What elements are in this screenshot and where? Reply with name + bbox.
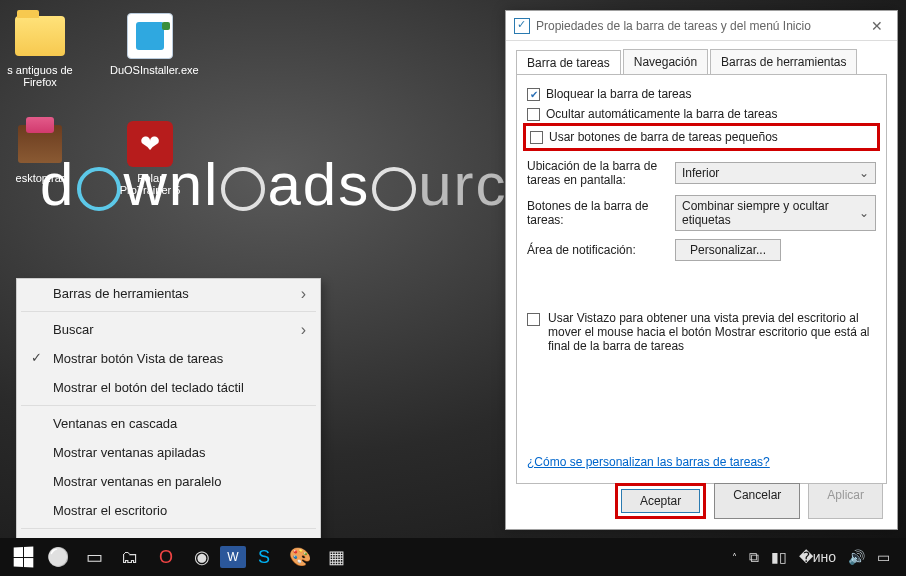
label-buttons: Botones de la barra de tareas:: [527, 199, 667, 227]
select-buttons[interactable]: Combinar siempre y ocultar etiquetas: [675, 195, 876, 231]
dialog-buttons: Aceptar Cancelar Aplicar: [615, 483, 883, 519]
accept-button[interactable]: Aceptar: [621, 489, 700, 513]
windows-icon: [14, 546, 34, 567]
icon-label: Polar ProTrainer 5: [110, 172, 190, 196]
desktop-icon-rar[interactable]: esktop.rar: [0, 120, 80, 196]
checkbox-label: Ocultar automáticamente la barra de tare…: [546, 107, 777, 121]
tray-wifi-icon[interactable]: �ино: [799, 549, 836, 565]
menu-stacked[interactable]: Mostrar ventanas apiladas: [17, 438, 320, 467]
tab-navigation[interactable]: Navegación: [623, 49, 708, 74]
heart-icon: ❤: [127, 121, 173, 167]
desktop-icons-row-1: s antiguos de Firefox DuOSInstaller.exe: [0, 12, 190, 88]
select-location[interactable]: Inferior: [675, 162, 876, 184]
customize-button[interactable]: Personalizar...: [675, 239, 781, 261]
desktop-icons-row-2: esktop.rar ❤ Polar ProTrainer 5: [0, 120, 190, 196]
menu-touch-keyboard[interactable]: Mostrar el botón del teclado táctil: [17, 373, 320, 402]
label-notification: Área de notificación:: [527, 243, 667, 257]
checkbox-icon: [527, 108, 540, 121]
tray-overflow-icon[interactable]: ˄: [732, 552, 737, 563]
taskbar-paint-icon[interactable]: 🎨: [282, 542, 318, 572]
menu-separator: [21, 528, 316, 529]
desktop-icon-folder[interactable]: s antiguos de Firefox: [0, 12, 80, 88]
taskbar-taskview-icon[interactable]: ▭: [76, 542, 112, 572]
row-buttons: Botones de la barra de tareas: Combinar …: [527, 195, 876, 231]
start-button[interactable]: [6, 542, 40, 572]
row-notification: Área de notificación: Personalizar...: [527, 239, 876, 261]
checkbox-icon: [530, 131, 543, 144]
highlight-small-buttons: Usar botones de barra de tareas pequeños: [523, 123, 880, 151]
checkbox-small-buttons[interactable]: Usar botones de barra de tareas pequeños: [530, 130, 873, 144]
taskbar-explorer-icon[interactable]: 🗂: [112, 542, 148, 572]
cancel-button[interactable]: Cancelar: [714, 483, 800, 519]
taskbar-properties-dialog: Propiedades de la barra de tareas y del …: [505, 10, 898, 530]
label-location: Ubicación de la barra de tareas en panta…: [527, 159, 667, 187]
menu-sidebyside[interactable]: Mostrar ventanas en paralelo: [17, 467, 320, 496]
system-icon: [514, 18, 530, 34]
checkbox-autohide[interactable]: Ocultar automáticamente la barra de tare…: [527, 107, 876, 121]
taskbar-chrome-icon[interactable]: ◉: [184, 542, 220, 572]
taskbar-word-icon[interactable]: W: [220, 546, 246, 568]
tray-battery-icon[interactable]: ▮▯: [771, 549, 787, 565]
archive-icon: [18, 125, 62, 163]
menu-show-desktop[interactable]: Mostrar el escritorio: [17, 496, 320, 525]
tray-notifications-icon[interactable]: ▭: [877, 549, 890, 565]
aero-peek-label: Usar Vistazo para obtener una vista prev…: [548, 311, 876, 353]
checkbox-label: Usar botones de barra de tareas pequeños: [549, 130, 778, 144]
tab-toolbars[interactable]: Barras de herramientas: [710, 49, 857, 74]
system-tray: ˄ ⧉ ▮▯ �ино 🔊 ▭: [732, 549, 900, 566]
taskbar-opera-icon[interactable]: O: [148, 542, 184, 572]
taskbar-skype-icon[interactable]: S: [246, 542, 282, 572]
tray-volume-icon[interactable]: 🔊: [848, 549, 865, 565]
checkbox-icon: [527, 313, 540, 326]
desktop-icon-duos[interactable]: DuOSInstaller.exe: [110, 12, 190, 88]
folder-icon: [15, 16, 65, 56]
checkbox-lock[interactable]: ✔ Bloquear la barra de tareas: [527, 87, 876, 101]
taskbar-app-icon[interactable]: ▦: [318, 542, 354, 572]
taskbar-context-menu: Barras de herramientas Buscar Mostrar bo…: [16, 278, 321, 576]
menu-cascade[interactable]: Ventanas en cascada: [17, 409, 320, 438]
installer-icon: [127, 13, 173, 59]
close-button[interactable]: ✕: [865, 18, 889, 34]
checkbox-label: Bloquear la barra de tareas: [546, 87, 691, 101]
apply-button[interactable]: Aplicar: [808, 483, 883, 519]
menu-toolbars[interactable]: Barras de herramientas: [17, 279, 320, 308]
tray-dropbox-icon[interactable]: ⧉: [749, 549, 759, 566]
help-link[interactable]: ¿Cómo se personalizan las barras de tare…: [527, 455, 770, 469]
checkbox-aero-peek[interactable]: Usar Vistazo para obtener una vista prev…: [527, 311, 876, 353]
icon-label: s antiguos de Firefox: [0, 64, 80, 88]
menu-separator: [21, 405, 316, 406]
tab-body: ✔ Bloquear la barra de tareas Ocultar au…: [516, 74, 887, 484]
menu-search[interactable]: Buscar: [17, 315, 320, 344]
highlight-accept: Aceptar: [615, 483, 706, 519]
desktop-icon-polar[interactable]: ❤ Polar ProTrainer 5: [110, 120, 190, 196]
tab-taskbar[interactable]: Barra de tareas: [516, 50, 621, 75]
menu-taskview[interactable]: Mostrar botón Vista de tareas: [17, 344, 320, 373]
tab-strip: Barra de tareas Navegación Barras de her…: [506, 41, 897, 74]
taskbar[interactable]: ⚪ ▭ 🗂 O ◉ W S 🎨 ▦ ˄ ⧉ ▮▯ �ино 🔊 ▭: [0, 538, 906, 576]
icon-label: esktop.rar: [0, 172, 80, 184]
taskbar-search-icon[interactable]: ⚪: [40, 542, 76, 572]
dialog-title: Propiedades de la barra de tareas y del …: [536, 19, 865, 33]
dialog-titlebar[interactable]: Propiedades de la barra de tareas y del …: [506, 11, 897, 41]
row-location: Ubicación de la barra de tareas en panta…: [527, 159, 876, 187]
checkbox-icon: ✔: [527, 88, 540, 101]
menu-separator: [21, 311, 316, 312]
icon-label: DuOSInstaller.exe: [110, 64, 190, 76]
